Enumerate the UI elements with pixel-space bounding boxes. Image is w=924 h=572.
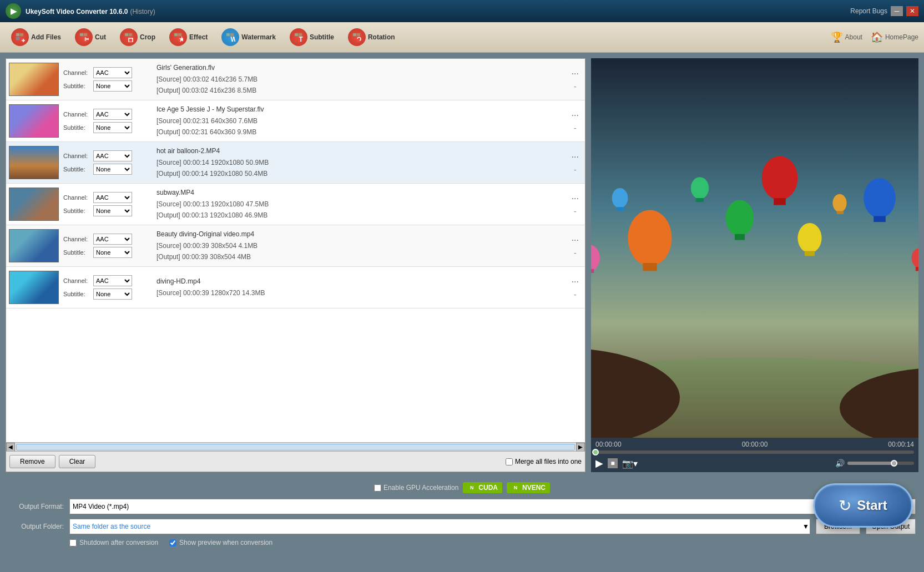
subtitle-row: Subtitle: None [63, 205, 152, 216]
volume-icon: 🔊 [835, 459, 845, 468]
file-dash: - [574, 124, 577, 133]
svg-rect-27 [357, 33, 360, 36]
folder-input-container: ▼ [69, 519, 810, 534]
svg-text:W: W [231, 36, 236, 42]
channel-select[interactable]: AAC [93, 234, 132, 245]
output-meta: [Output] 00:00:13 1920x1080 46.9MB [156, 210, 564, 221]
clear-button[interactable]: Clear [59, 455, 96, 468]
file-list-footer: Remove Clear Merge all files into one [6, 451, 585, 472]
output-format-label: Output Format: [8, 503, 64, 510]
subtitle-select[interactable]: None [93, 164, 132, 175]
cut-button[interactable]: ✂ Cut [69, 26, 112, 48]
file-thumbnail [9, 146, 59, 179]
source-meta: [Source] 00:00:39 1280x720 14.3MB [156, 288, 564, 298]
toolbar: Add Files ✂ Cut Crop ★ Effect W Watermar… [0, 22, 924, 53]
home-icon: 🏠 [871, 31, 883, 43]
rotation-button[interactable]: Rotation [342, 26, 401, 48]
gpu-acceleration-checkbox[interactable] [374, 484, 381, 492]
subtitle-row: Subtitle: None [63, 80, 152, 92]
scroll-track[interactable] [16, 444, 575, 450]
preview-panel: 00:00:00 00:00:00 00:00:14 ▶ ■ 📷▾ 🔊 [591, 58, 918, 472]
subtitle-select[interactable]: None [93, 288, 132, 300]
channel-row: Channel: AAC [63, 109, 152, 120]
start-button[interactable]: ↻ Start [813, 483, 913, 528]
add-files-button[interactable]: Add Files [6, 26, 67, 48]
subtitle-button[interactable]: T Subtitle [284, 26, 340, 48]
scroll-right-arrow[interactable]: ▶ [576, 443, 585, 452]
progress-bar[interactable] [595, 450, 914, 454]
svg-rect-22 [295, 33, 298, 36]
list-item: Channel: AAC Subtitle: None hot air ball… [6, 142, 585, 184]
svg-point-39 [726, 200, 754, 236]
svg-rect-1 [20, 33, 23, 36]
toolbar-right: 🏆 About 🏠 HomePage [831, 31, 918, 43]
file-list-scroll[interactable]: Channel: AAC Subtitle: None Girls' Gener… [6, 59, 585, 442]
file-menu-button[interactable]: ··· [568, 234, 582, 246]
horizontal-scrollbar[interactable]: ◀ ▶ [6, 442, 585, 451]
folder-row: Output Folder: ▼ Browse... Open Output [8, 519, 916, 534]
volume-dot [891, 460, 897, 467]
report-bugs-label: Report Bugs [850, 7, 887, 15]
stop-button[interactable]: ■ [608, 458, 618, 468]
channel-select[interactable]: AAC [93, 192, 132, 203]
merge-checkbox[interactable] [506, 458, 513, 465]
snapshot-button[interactable]: 📷▾ [622, 458, 638, 469]
channel-select[interactable]: AAC [93, 275, 132, 286]
shutdown-checkbox[interactable] [69, 539, 77, 546]
output-meta: [Output] 00:03:02 416x236 8.5MB [156, 85, 564, 96]
subtitle-select[interactable]: None [93, 80, 132, 92]
channel-select[interactable]: AAC [93, 109, 132, 120]
start-icon: ↻ [839, 497, 851, 515]
homepage-button[interactable]: 🏠 HomePage [871, 31, 918, 43]
svg-rect-38 [873, 216, 886, 222]
svg-point-55 [612, 188, 628, 208]
output-format-select[interactable]: MP4 Video (*.mp4) [69, 499, 832, 514]
title-bar: ▶ UkeySoft Video Converter 10.6.0 (Histo… [0, 0, 924, 22]
file-menu-button[interactable]: ··· [568, 193, 582, 205]
cuda-label: CUDA [478, 484, 498, 492]
show-preview-checkbox[interactable] [169, 539, 176, 546]
title-bar-left: ▶ UkeySoft Video Converter 10.6.0 (Histo… [6, 3, 155, 19]
history-label: (History) [130, 8, 155, 16]
subtitle-select[interactable]: None [93, 205, 132, 216]
bottom-panel: Enable GPU Acceleration N CUDA N NVENC O… [0, 478, 924, 572]
svg-point-37 [864, 178, 896, 218]
time-end: 00:00:14 [888, 441, 914, 448]
channel-row: Channel: AAC [63, 67, 152, 78]
subtitle-label: Subtitle: [63, 124, 91, 131]
app-title: UkeySoft Video Converter 10.6.0 (History… [26, 7, 155, 16]
time-mid: 00:00:00 [742, 441, 768, 448]
add-files-label: Add Files [31, 33, 61, 41]
svg-rect-10 [125, 33, 128, 36]
merge-label: Merge all files into one [515, 458, 582, 465]
output-folder-input[interactable] [69, 519, 810, 534]
svg-point-57 [832, 194, 846, 212]
remove-button[interactable]: Remove [9, 455, 55, 468]
subtitle-select[interactable]: None [93, 247, 132, 258]
file-menu-button[interactable]: ··· [568, 109, 582, 122]
file-menu-button[interactable]: ··· [568, 68, 582, 80]
close-button[interactable]: ✕ [906, 6, 918, 16]
scroll-left-arrow[interactable]: ◀ [6, 443, 15, 452]
volume-slider[interactable] [847, 462, 914, 465]
options-row: Shutdown after conversion Show preview w… [8, 539, 916, 546]
channel-select[interactable]: AAC [93, 67, 132, 78]
app-name: UkeySoft Video Converter 10.6.0 [26, 8, 128, 16]
subtitle-row: Subtitle: None [63, 122, 152, 133]
effect-button[interactable]: ★ Effect [164, 26, 213, 48]
about-button[interactable]: 🏆 About [831, 31, 862, 43]
subtitle-label: Subtitle [310, 33, 334, 41]
crop-button[interactable]: Crop [114, 26, 161, 48]
watermark-button[interactable]: W Watermark [216, 26, 281, 48]
play-button[interactable]: ▶ [595, 457, 603, 469]
subtitle-row: Subtitle: None [63, 247, 152, 258]
minimize-button[interactable]: ─ [891, 6, 903, 16]
channel-select[interactable]: AAC [93, 150, 132, 161]
subtitle-label: Subtitle: [63, 207, 91, 214]
file-menu-button[interactable]: ··· [568, 276, 582, 288]
file-menu-button[interactable]: ··· [568, 151, 582, 163]
file-info: Ice Age 5 Jessie J - My Superstar.flv [S… [156, 104, 564, 138]
source-meta: [Source] 00:00:13 1920x1080 47.5MB [156, 199, 564, 210]
subtitle-select[interactable]: None [93, 122, 132, 133]
format-select-container: MP4 Video (*.mp4) ▲ [69, 499, 832, 514]
